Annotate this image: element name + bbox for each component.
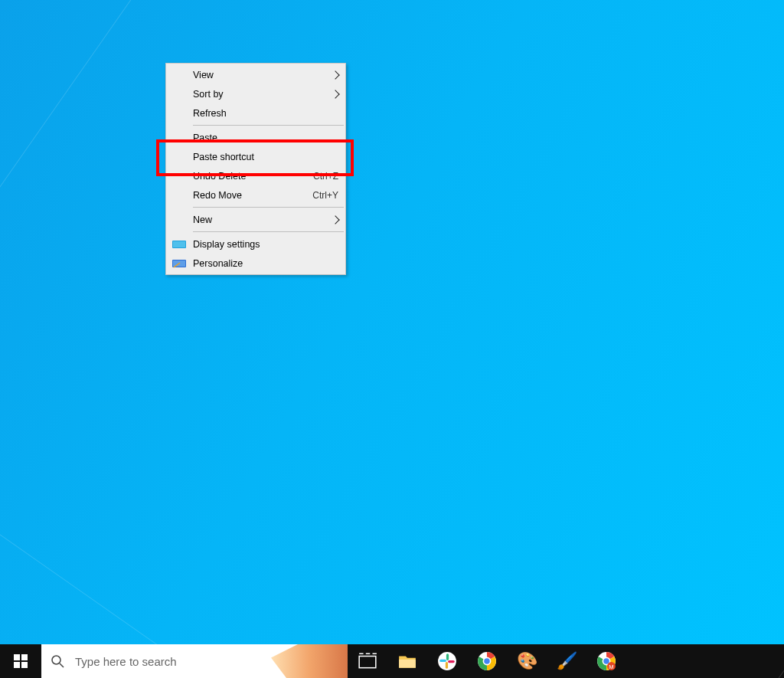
menu-separator xyxy=(193,125,344,126)
svg-rect-5 xyxy=(14,654,20,660)
svg-rect-15 xyxy=(399,660,416,668)
menu-item-display-settings[interactable]: Display settings xyxy=(167,234,345,254)
svg-line-10 xyxy=(60,663,64,667)
menu-label: Paste shortcut xyxy=(193,152,338,162)
svg-rect-11 xyxy=(359,657,376,668)
menu-separator xyxy=(193,231,344,232)
menu-label: Redo Move xyxy=(193,190,312,201)
menu-item-view[interactable]: View xyxy=(167,65,345,84)
menu-label: Paste xyxy=(193,133,338,143)
desktop[interactable]: View Sort by Refresh Paste Paste shortcu… xyxy=(0,0,784,678)
chevron-right-icon xyxy=(331,90,339,98)
file-explorer-icon xyxy=(397,651,417,671)
menu-shortcut: Ctrl+Z xyxy=(313,171,338,182)
search-box-art xyxy=(271,644,348,678)
menu-item-undo-delete[interactable]: Undo Delete Ctrl+Z xyxy=(167,166,345,185)
menu-item-new[interactable]: New xyxy=(167,210,345,229)
menu-item-sort-by[interactable]: Sort by xyxy=(167,84,345,103)
menu-label: Personalize xyxy=(193,258,338,269)
paintbrush-icon: 🖌️ xyxy=(557,651,577,671)
svg-rect-17 xyxy=(446,653,449,660)
chrome-icon xyxy=(477,651,497,671)
svg-rect-1 xyxy=(173,241,185,247)
menu-label: Refresh xyxy=(193,108,338,119)
menu-item-paste[interactable]: Paste xyxy=(167,128,345,147)
start-button[interactable] xyxy=(0,644,41,678)
taskbar-paint3d[interactable]: 🖌️ xyxy=(547,644,586,678)
chrome-icon: M xyxy=(596,651,616,671)
menu-label: Sort by xyxy=(193,89,326,100)
taskbar-chrome-profile[interactable]: M xyxy=(586,644,626,678)
taskbar-slack[interactable] xyxy=(427,644,467,678)
chevron-right-icon xyxy=(331,215,339,224)
menu-label: New xyxy=(193,215,326,225)
palette-icon: 🎨 xyxy=(517,651,537,671)
svg-point-23 xyxy=(484,658,490,664)
taskbar-chrome[interactable] xyxy=(467,644,507,678)
display-settings-icon xyxy=(172,239,186,250)
svg-rect-19 xyxy=(446,662,448,669)
task-view-button[interactable] xyxy=(348,644,387,678)
menu-item-redo-move[interactable]: Redo Move Ctrl+Y xyxy=(167,185,345,205)
svg-rect-7 xyxy=(14,662,20,668)
menu-item-refresh[interactable]: Refresh xyxy=(167,103,345,123)
svg-rect-20 xyxy=(448,660,455,663)
menu-shortcut: Ctrl+Y xyxy=(312,190,338,201)
menu-separator xyxy=(193,207,344,208)
taskbar-file-explorer[interactable] xyxy=(387,644,427,678)
taskbar-paint-alt[interactable]: 🎨 xyxy=(507,644,547,678)
task-view-icon xyxy=(358,651,377,671)
menu-item-paste-shortcut[interactable]: Paste shortcut xyxy=(167,147,345,166)
menu-label: Undo Delete xyxy=(193,171,313,182)
menu-label: View xyxy=(193,70,326,80)
svg-rect-18 xyxy=(439,660,446,662)
taskbar: Type here to search xyxy=(0,644,784,678)
taskbar-search[interactable]: Type here to search xyxy=(41,644,348,678)
menu-item-personalize[interactable]: Personalize xyxy=(167,254,345,273)
personalize-icon xyxy=(172,258,186,269)
windows-logo-icon xyxy=(14,654,28,668)
menu-label: Display settings xyxy=(193,239,338,250)
svg-rect-6 xyxy=(21,654,28,660)
svg-text:M: M xyxy=(609,663,613,670)
svg-point-9 xyxy=(52,656,60,664)
slack-icon xyxy=(437,651,457,671)
svg-rect-8 xyxy=(21,662,28,668)
search-icon xyxy=(51,654,64,668)
chevron-right-icon xyxy=(331,70,339,79)
desktop-context-menu: View Sort by Refresh Paste Paste shortcu… xyxy=(165,63,346,275)
